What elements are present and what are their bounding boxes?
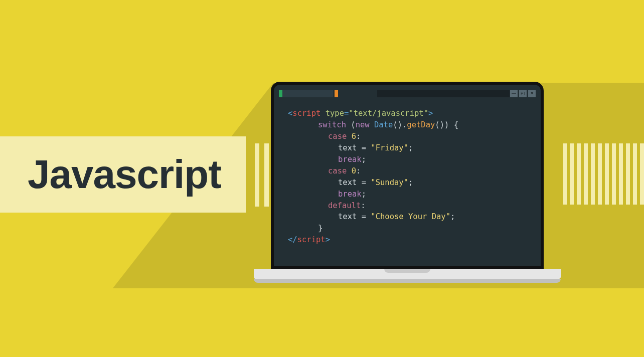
close-icon: ✕ <box>528 90 536 97</box>
code-line: default: <box>288 200 527 212</box>
code-line: case 6: <box>288 131 527 142</box>
code-line: } <box>288 223 527 234</box>
laptop-screen: — ◰ ✕ <script type="text/javascript"> sw… <box>271 82 544 269</box>
code-line: text = "Choose Your Day"; <box>288 211 527 223</box>
laptop-foot <box>254 279 561 283</box>
minimize-icon: — <box>510 90 518 97</box>
code-line: case 0: <box>288 165 527 177</box>
code-line: <script type="text/javascript"> <box>288 108 527 119</box>
maximize-icon: ◰ <box>519 90 527 97</box>
code-block: <script type="text/javascript"> switch (… <box>274 99 541 255</box>
code-line: </script> <box>288 234 527 246</box>
code-line: break; <box>288 154 527 165</box>
editor-menu-bar: — ◰ ✕ <box>279 90 536 99</box>
code-line: switch (new Date().getDay()) { <box>288 119 527 131</box>
stripes-right-decor <box>563 143 644 205</box>
laptop-base <box>254 269 561 279</box>
code-line: break; <box>288 189 527 200</box>
page-title: Javascript <box>28 151 221 198</box>
laptop-illustration: — ◰ ✕ <script type="text/javascript"> sw… <box>271 82 561 283</box>
code-line: text = "Sunday"; <box>288 177 527 189</box>
code-line: text = "Friday"; <box>288 142 527 154</box>
